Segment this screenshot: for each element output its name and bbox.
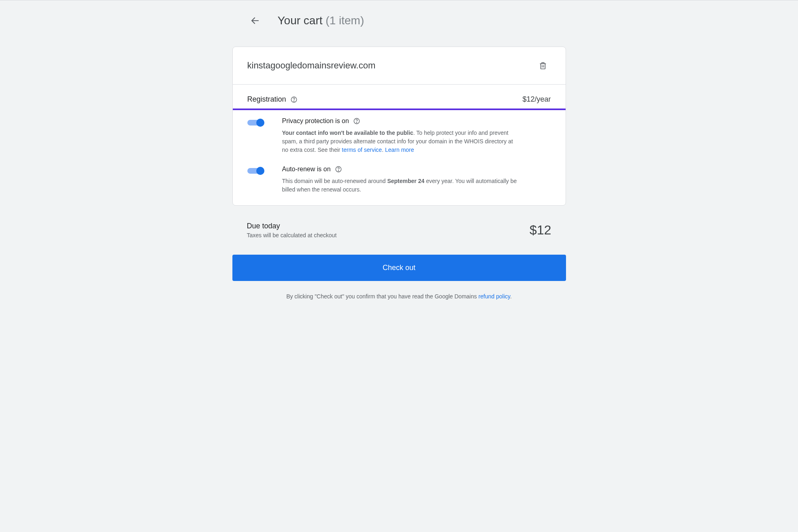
confirm-pre: By clicking "Check out" you confirm that… bbox=[286, 293, 479, 300]
privacy-title: Privacy protection is on bbox=[282, 117, 520, 125]
terms-link[interactable]: terms of service bbox=[342, 147, 382, 153]
help-icon[interactable] bbox=[290, 96, 298, 103]
autorenew-date: September 24 bbox=[387, 178, 424, 184]
due-subtitle: Taxes will be calculated at checkout bbox=[247, 232, 337, 238]
due-amount: $12 bbox=[530, 223, 551, 238]
cart-card: kinstagoogledomainsreview.com Registrati… bbox=[232, 47, 566, 206]
privacy-toggle[interactable] bbox=[247, 118, 264, 128]
options-highlight: Privacy protection is on Your contact in… bbox=[232, 109, 566, 206]
privacy-title-text: Privacy protection is on bbox=[282, 117, 349, 125]
registration-row: Registration $12/year bbox=[233, 85, 566, 110]
help-icon[interactable] bbox=[335, 166, 342, 173]
back-button[interactable] bbox=[247, 13, 263, 29]
privacy-description: Your contact info won't be available to … bbox=[282, 129, 520, 154]
registration-text: Registration bbox=[247, 95, 286, 104]
domain-name: kinstagoogledomainsreview.com bbox=[247, 60, 376, 71]
refund-policy-link[interactable]: refund policy bbox=[479, 293, 510, 300]
domain-row: kinstagoogledomainsreview.com bbox=[233, 47, 566, 85]
learn-more-link[interactable]: Learn more bbox=[385, 147, 414, 153]
autorenew-title: Auto-renew is on bbox=[282, 166, 520, 173]
page-header: Your cart (1 item) bbox=[232, 13, 566, 29]
svg-point-6 bbox=[356, 122, 357, 123]
autorenew-description: This domain will be auto-renewed around … bbox=[282, 177, 520, 194]
autorenew-toggle[interactable] bbox=[247, 166, 264, 176]
registration-price: $12/year bbox=[522, 95, 551, 104]
due-row: Due today Taxes will be calculated at ch… bbox=[232, 222, 566, 238]
autorenew-desc-start: This domain will be auto-renewed around bbox=[282, 178, 387, 184]
svg-point-4 bbox=[294, 101, 294, 101]
autorenew-option: Auto-renew is on This domain will be aut… bbox=[247, 166, 551, 194]
registration-label: Registration bbox=[247, 95, 298, 104]
checkout-button[interactable]: Check out bbox=[232, 255, 566, 281]
title-text: Your cart bbox=[278, 14, 326, 27]
svg-point-8 bbox=[338, 170, 338, 171]
autorenew-title-text: Auto-renew is on bbox=[282, 166, 331, 173]
arrow-left-icon bbox=[250, 16, 260, 26]
delete-button[interactable] bbox=[535, 57, 551, 74]
confirm-period: . bbox=[510, 293, 512, 300]
privacy-option: Privacy protection is on Your contact in… bbox=[247, 117, 551, 154]
item-count: (1 item) bbox=[326, 14, 364, 27]
help-icon[interactable] bbox=[353, 117, 360, 125]
trash-icon bbox=[538, 61, 547, 70]
privacy-desc-bold: Your contact info won't be available to … bbox=[282, 130, 413, 136]
due-title: Due today bbox=[247, 222, 337, 230]
confirm-text: By clicking "Check out" you confirm that… bbox=[232, 293, 566, 300]
page-title: Your cart (1 item) bbox=[278, 14, 364, 27]
